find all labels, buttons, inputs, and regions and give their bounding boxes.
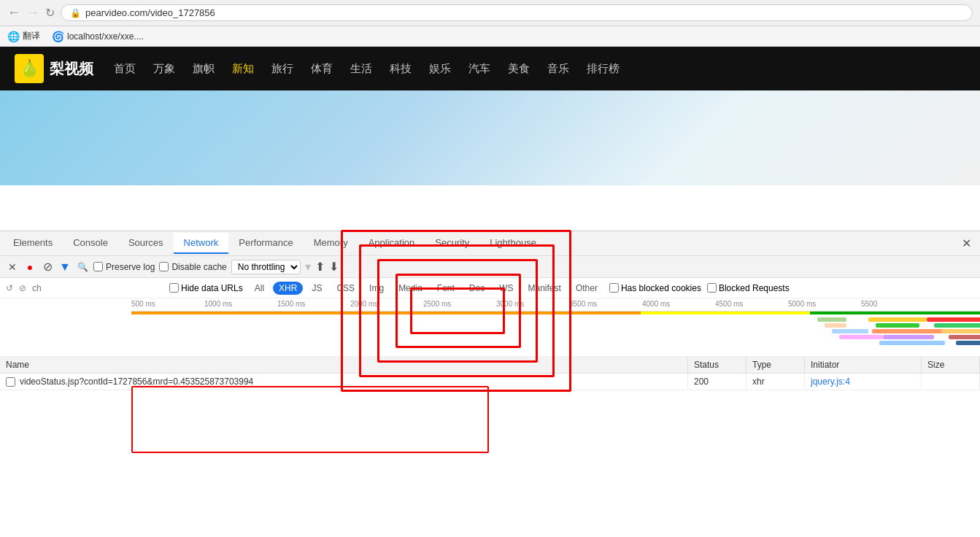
clear-button[interactable]: ⊘ <box>41 260 54 274</box>
tab-security[interactable]: Security <box>425 233 479 254</box>
nav-tiyu[interactable]: 体育 <box>309 59 334 79</box>
bookmark-bar: 🌐 翻译 🌀 localhost/xxe/xxe.... <box>0 26 980 47</box>
preserve-log-checkbox[interactable] <box>93 262 103 271</box>
timeline-area: 500 ms 1000 ms 1500 ms 2000 ms 2500 ms 3… <box>0 298 980 357</box>
filter-js[interactable]: JS <box>306 282 328 295</box>
throttle-select[interactable]: No throttling Fast 3G Slow 3G <box>231 260 301 274</box>
nav-xinzhi[interactable]: 新知 <box>231 59 255 79</box>
record-button[interactable]: ● <box>23 260 36 274</box>
tab-lighthouse[interactable]: Lighthouse <box>479 233 547 254</box>
devtools-tabs: Elements Console Sources Network Perform… <box>0 231 980 256</box>
nav-wanxiang[interactable]: 万象 <box>152 59 177 79</box>
has-blocked-cookies-label[interactable]: Has blocked cookies <box>609 283 701 293</box>
devtools-toolbar: ✕ ● ⊘ ▼ 🔍 Preserve log Disable cache No … <box>0 256 980 278</box>
filter-img[interactable]: Img <box>363 282 390 295</box>
network-table: Name Status Type Initiator Size videoSta… <box>0 357 980 390</box>
nav-paihang[interactable]: 排行榜 <box>585 59 621 79</box>
hide-data-urls-checkbox[interactable] <box>169 283 179 293</box>
col-status[interactable]: Status <box>688 357 746 374</box>
site-header: 🍐 梨视频 首页 万象 旗帜 新知 旅行 体育 生活 科技 娱乐 汽车 美食 音… <box>0 47 980 90</box>
filter-button[interactable]: ▼ <box>58 260 72 274</box>
page-icon: 🌀 <box>52 31 64 42</box>
filter-stop-icon[interactable]: ⊘ <box>19 283 26 293</box>
blocked-requests-label[interactable]: Blocked Requests <box>707 283 790 293</box>
browser-chrome: ← → ↻ 🔒 pearvideo.com/video_1727856 <box>0 0 980 26</box>
table-row[interactable]: videoStatus.jsp?contId=1727856&mrd=0.453… <box>0 374 980 390</box>
col-type[interactable]: Type <box>746 357 805 374</box>
forward-button[interactable]: → <box>26 5 39 20</box>
export-button[interactable]: ⬇ <box>329 260 339 274</box>
filter-reload-icon[interactable]: ↺ <box>6 283 13 293</box>
tab-console[interactable]: Console <box>63 233 118 254</box>
filter-media[interactable]: Media <box>393 282 428 295</box>
filter-type-tabs: All XHR JS CSS Img Media Font Doc WS Man… <box>249 282 603 295</box>
filter-font[interactable]: Font <box>431 282 460 295</box>
filter-other[interactable]: Other <box>570 282 603 295</box>
nav-keji[interactable]: 科技 <box>388 59 413 79</box>
translate-icon: 🌐 <box>7 31 20 42</box>
tab-elements[interactable]: Elements <box>3 233 63 254</box>
timeline-bar-3 <box>832 329 868 333</box>
filter-input[interactable] <box>32 283 163 293</box>
tab-network[interactable]: Network <box>174 233 229 254</box>
col-initiator[interactable]: Initiator <box>805 357 922 374</box>
request-name: videoStatus.jsp?contId=1727856&mrd=0.453… <box>20 376 253 387</box>
nav-qizhi[interactable]: 旗帜 <box>191 59 216 79</box>
timeline-bar-2 <box>825 323 846 328</box>
nav-homepage[interactable]: 首页 <box>112 59 137 79</box>
mark-5500: 5500 <box>861 300 877 308</box>
blocked-requests-checkbox[interactable] <box>707 283 717 293</box>
hide-data-urls-label[interactable]: Hide data URLs <box>169 283 243 293</box>
import-button[interactable]: ⬆ <box>315 260 325 274</box>
nav-qiche[interactable]: 汽车 <box>467 59 492 79</box>
filter-all[interactable]: All <box>249 282 270 295</box>
col-size[interactable]: Size <box>922 357 980 374</box>
tab-memory[interactable]: Memory <box>304 233 358 254</box>
wf-bar-5 <box>879 341 945 345</box>
filter-ws[interactable]: WS <box>493 282 519 295</box>
nav-shenghuo[interactable]: 生活 <box>349 59 374 79</box>
logo-icon: 🍐 <box>15 54 44 83</box>
type-cell: xhr <box>746 374 805 390</box>
initiator-cell[interactable]: jquery.js:4 <box>805 374 922 390</box>
has-blocked-cookies-checkbox[interactable] <box>609 283 619 293</box>
search-button[interactable]: 🔍 <box>76 260 89 274</box>
waterfall-bars <box>868 316 980 356</box>
filter-css[interactable]: CSS <box>331 282 360 295</box>
tab-application[interactable]: Application <box>358 233 425 254</box>
mark-2000: 2000 ms <box>350 300 378 308</box>
tab-sources[interactable]: Sources <box>118 233 174 254</box>
nav-yinyue[interactable]: 音乐 <box>546 59 571 79</box>
close-button[interactable]: ✕ <box>6 260 19 274</box>
wf-bar-9 <box>949 335 980 339</box>
wf-bar-7 <box>934 323 980 328</box>
tab-performance[interactable]: Performance <box>228 233 303 254</box>
wf-bar-2 <box>876 323 919 328</box>
reload-button[interactable]: ↻ <box>45 6 55 20</box>
filter-doc[interactable]: Doc <box>463 282 490 295</box>
site-logo[interactable]: 🍐 梨视频 <box>15 54 93 83</box>
site-nav: 首页 万象 旗帜 新知 旅行 体育 生活 科技 娱乐 汽车 美食 音乐 排行榜 <box>112 59 621 79</box>
wf-bar-6 <box>927 317 980 322</box>
filter-bar: ↺ ⊘ Hide data URLs All XHR JS CSS Img Me… <box>0 278 980 298</box>
nav-yule[interactable]: 娱乐 <box>428 59 452 79</box>
mark-3000: 3000 ms <box>496 300 524 308</box>
mark-3500: 3500 ms <box>569 300 597 308</box>
disable-cache-label[interactable]: Disable cache <box>159 262 226 272</box>
back-button[interactable]: ← <box>7 5 20 20</box>
preserve-log-label[interactable]: Preserve log <box>93 262 155 272</box>
filter-xhr[interactable]: XHR <box>273 282 303 295</box>
nav-lvxing[interactable]: 旅行 <box>270 59 295 79</box>
devtools-close-button[interactable]: ✕ <box>956 233 977 253</box>
mark-1000: 1000 ms <box>204 300 232 308</box>
col-name[interactable]: Name <box>0 357 688 374</box>
bookmark-translate[interactable]: 🌐 翻译 <box>7 30 40 42</box>
wf-bar-1 <box>868 317 927 322</box>
row-checkbox[interactable] <box>6 377 15 387</box>
disable-cache-checkbox[interactable] <box>159 262 169 271</box>
nav-meishi[interactable]: 美食 <box>506 59 531 79</box>
bookmark-localhost[interactable]: 🌀 localhost/xxe/xxe.... <box>52 31 144 42</box>
url-bar[interactable]: 🔒 pearvideo.com/video_1727856 <box>61 4 973 21</box>
wf-bar-3 <box>872 329 945 333</box>
filter-manifest[interactable]: Manifest <box>522 282 567 295</box>
